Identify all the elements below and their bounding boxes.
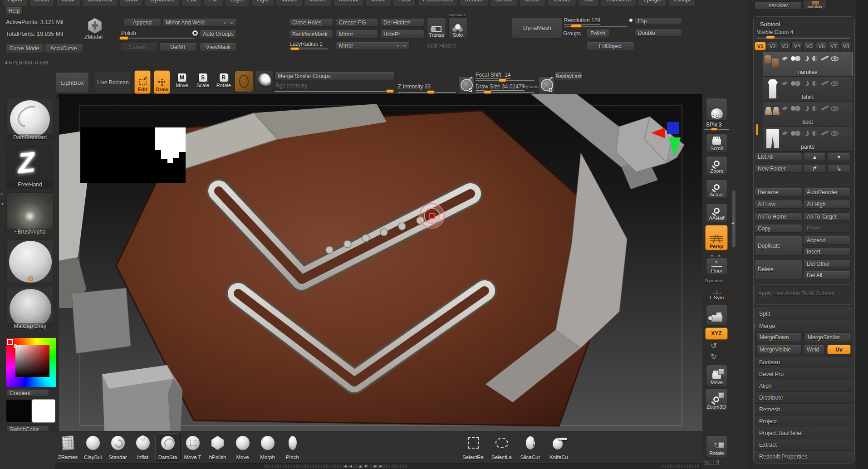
spix-slider-handle[interactable] — [711, 128, 718, 131]
storemt-button[interactable]: StoreMT — [121, 43, 158, 51]
flick-icon[interactable] — [782, 132, 788, 136]
pen-icon[interactable] — [821, 131, 828, 136]
fillobject-button[interactable]: FillObject — [586, 42, 634, 50]
menu-item[interactable]: Brush — [29, 0, 54, 6]
all-low-button[interactable]: All Low — [755, 200, 802, 209]
brush-shortcut[interactable]: DamSta — [155, 433, 180, 460]
resolution-slider-handle[interactable] — [571, 24, 582, 28]
brush-shortcut[interactable]: ZRemes — [55, 433, 80, 460]
all-high-button[interactable]: All High — [804, 200, 851, 209]
merge-similar-groups-button[interactable]: Merge Similar Groups — [275, 72, 395, 80]
right-tray-divider[interactable] — [732, 191, 736, 247]
polypaint-circles-icon[interactable] — [791, 131, 800, 136]
apply-last-action-button[interactable]: Apply Last Action To All Subtool — [758, 290, 834, 297]
move-gizmo-button[interactable]: M Move — [174, 73, 190, 92]
scroll-button[interactable]: Scroll — [706, 133, 727, 152]
menu-item[interactable]: Render — [459, 0, 488, 6]
visible-count-slider-handle[interactable] — [766, 36, 775, 39]
hidept-button[interactable]: HidePt — [380, 30, 424, 39]
delete-button[interactable]: Delete — [755, 259, 802, 279]
scroll-arrows[interactable]: ◄◄ ▲▼ ►► — [343, 464, 384, 469]
floor-button[interactable]: Floor — [706, 258, 727, 275]
insert-subtool-button[interactable]: Insert — [804, 247, 851, 256]
del-all-button[interactable]: Del All — [804, 271, 851, 279]
menu-item[interactable]: Zscript — [668, 0, 696, 6]
subtool-row[interactable]: narukav — [763, 52, 853, 77]
menu-item[interactable]: Dynamics — [145, 0, 180, 6]
replaylast-button[interactable]: ReplayLast — [554, 72, 583, 80]
zoom-button[interactable]: Zoom — [706, 156, 727, 175]
focal-shift-slider-handle[interactable] — [499, 78, 506, 82]
tool-thumbnail-tile[interactable]: narukav — [803, 0, 827, 10]
half-circle-icon[interactable] — [812, 81, 818, 86]
delmt-button[interactable]: DelMT — [160, 43, 197, 51]
draw-size-slider-handle[interactable] — [484, 90, 491, 94]
del-hidden-button[interactable]: Del Hidden — [380, 18, 424, 27]
brush-shortcut[interactable]: Standar — [105, 433, 130, 460]
visibility-eye-icon[interactable] — [831, 56, 839, 61]
auto-groups-button[interactable]: Auto Groups — [200, 29, 237, 38]
draw-stamp-button[interactable]: D — [539, 76, 555, 95]
panel-section-row[interactable]: Project BasRelief — [755, 427, 853, 439]
alt-color-swatch[interactable] — [32, 399, 55, 423]
version-tab[interactable]: V1 — [755, 42, 766, 50]
saturation-value-square[interactable] — [15, 345, 49, 377]
draw-button[interactable]: Draw — [154, 70, 170, 94]
resolution-dot-icon[interactable] — [629, 19, 633, 22]
crescent-icon[interactable] — [804, 81, 809, 86]
split-section[interactable]: Split — [755, 308, 853, 320]
mergevisible-button[interactable]: MergeVisible — [756, 345, 802, 354]
uv-button[interactable]: Uv — [827, 345, 851, 354]
transp-button[interactable]: Transp — [427, 17, 446, 38]
panel-section-row[interactable]: Bevel Pro — [755, 368, 853, 380]
select-brush-shortcut[interactable]: SliceCur — [518, 433, 543, 460]
panel-section-row[interactable]: Redshift Properties — [755, 450, 853, 462]
del-other-button[interactable]: Del Other — [804, 259, 851, 268]
flick-icon[interactable] — [782, 82, 788, 86]
dynamesh-button[interactable]: DynaMesh — [512, 17, 563, 39]
menu-item[interactable]: File — [204, 0, 223, 6]
menu-item[interactable]: Alpha — [3, 0, 28, 6]
mergesimilar-button[interactable]: MergeSimilar — [804, 332, 851, 342]
accucurve-button[interactable]: AccuCurve — [44, 44, 83, 53]
mergedown-button[interactable]: MergeDown — [756, 332, 802, 342]
panel-section-row[interactable]: Align — [755, 380, 853, 391]
scale-gizmo-button[interactable]: S Scale — [195, 73, 211, 92]
mirror2-button[interactable]: Mirror — [336, 42, 410, 50]
menu-item[interactable]: Zplugin — [638, 0, 667, 6]
panel-section-row[interactable]: Distribute — [755, 391, 853, 403]
zmodel-icon[interactable] — [88, 18, 102, 34]
polypaint-circles-icon[interactable] — [791, 56, 800, 61]
menu-item[interactable]: Stroke — [519, 0, 546, 6]
polish-radio-icon[interactable] — [192, 30, 198, 36]
rotate-z-icon[interactable] — [711, 352, 717, 362]
menu-item[interactable]: Tool — [578, 0, 599, 6]
lightbox-button[interactable]: LightBox — [56, 72, 89, 93]
new-folder-button[interactable]: New Folder — [755, 164, 802, 173]
rename-button[interactable]: Rename — [755, 188, 802, 196]
live-boolean-button[interactable]: Live Boolean — [95, 72, 131, 93]
solo-button[interactable]: Solo — [448, 17, 467, 38]
visibility-eye-icon[interactable] — [831, 106, 839, 111]
flick-icon[interactable] — [782, 57, 788, 61]
close-holes-button[interactable]: Close Holes — [289, 18, 333, 27]
lsym-button[interactable]: L.Sym — [706, 285, 727, 301]
polypaint-circles-icon[interactable] — [791, 106, 800, 111]
xyz-button[interactable]: XYZ — [705, 327, 728, 340]
subtool-row[interactable]: tshirt — [763, 77, 853, 102]
all-to-target-button[interactable]: All To Target — [804, 212, 851, 221]
rgb-intensity-slider-handle[interactable] — [386, 89, 394, 93]
pen-icon[interactable] — [821, 81, 828, 86]
menu-item[interactable]: Document — [82, 0, 118, 6]
brush-shortcut[interactable]: Pinch — [280, 433, 305, 460]
brush-shortcut[interactable]: Morph — [255, 433, 280, 460]
zoom3d-button[interactable]: Zoom3D — [705, 388, 727, 411]
version-tab[interactable]: V8 — [840, 42, 852, 50]
version-tab[interactable]: V5 — [804, 42, 815, 50]
version-tab[interactable]: V7 — [828, 42, 839, 50]
scale-stamp-button[interactable]: S — [458, 76, 475, 95]
move-out-folder-button[interactable] — [804, 164, 826, 173]
polish2-button[interactable]: Polish — [586, 29, 609, 38]
menu-item[interactable]: Material — [333, 0, 364, 6]
autoreorder-button[interactable]: AutoReorder — [804, 188, 851, 196]
